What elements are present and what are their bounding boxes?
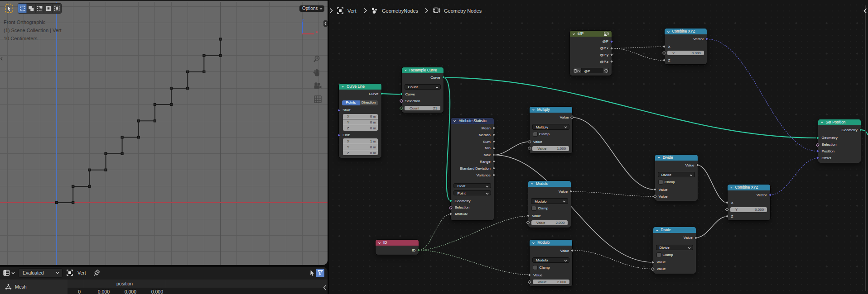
svg-text:x: x [316,29,318,34]
svg-text:z: z [302,18,304,22]
